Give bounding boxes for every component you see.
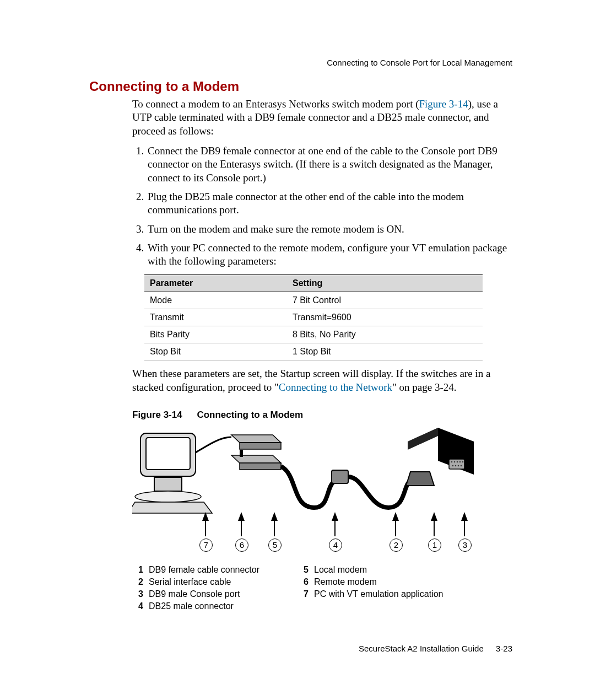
svg-point-12 [457, 461, 458, 463]
legend-item: 3DB9 male Console port [132, 589, 298, 599]
legend-text: DB9 male Console port [149, 589, 240, 599]
after-table-paragraph: When these parameters are set, the Start… [132, 367, 512, 394]
svg-point-15 [452, 465, 454, 467]
intro-pre: To connect a modem to an Enterasys Netwo… [132, 98, 419, 110]
legend-num: 2 [132, 577, 143, 587]
legend-num: 1 [132, 565, 143, 575]
legend-item: 6Remote modem [298, 577, 443, 587]
legend-item: 2Serial interface cable [132, 577, 298, 587]
svg-point-14 [462, 461, 464, 463]
svg-rect-2 [154, 477, 182, 491]
page-footer: SecureStack A2 Installation Guide 3-23 [359, 644, 512, 653]
legend-num: 5 [298, 565, 309, 575]
table-cell: 8 Bits, No Parity [287, 326, 483, 343]
running-header: Connecting to Console Port for Local Man… [327, 58, 512, 67]
table-header: Parameter [144, 275, 287, 292]
svg-rect-9 [449, 459, 464, 469]
legend-text: Local modem [314, 565, 367, 575]
step-item: Connect the DB9 female connector at one … [147, 144, 512, 185]
svg-rect-6 [332, 470, 348, 483]
legend-text: Remote modem [314, 577, 377, 587]
table-row: Mode 7 Bit Control [144, 292, 483, 309]
svg-point-3 [135, 491, 201, 502]
figure-label: Figure 3-14 [132, 410, 182, 420]
callout-4: 4 [329, 539, 342, 552]
step-item: With your PC connected to the remote mod… [147, 241, 512, 268]
legend-item: 7PC with VT emulation application [298, 589, 443, 599]
legend-text: DB9 female cable connector [149, 565, 259, 575]
figure-ref-link[interactable]: Figure 3-14 [419, 98, 468, 110]
table-header: Setting [287, 275, 483, 292]
table-cell: Transmit=9600 [287, 309, 483, 326]
callout-3: 3 [458, 539, 472, 552]
svg-point-16 [455, 465, 457, 467]
step-item: Plug the DB25 male connector at the othe… [147, 190, 512, 217]
intro-paragraph: To connect a modem to an Enterasys Netwo… [132, 98, 512, 138]
table-row: Transmit Transmit=9600 [144, 309, 483, 326]
table-cell: Bits Parity [144, 326, 287, 343]
legend-item: 5Local modem [298, 565, 443, 575]
figure-caption: Figure 3-14 Connecting to a Modem [132, 410, 512, 421]
footer-doc-title: SecureStack A2 Installation Guide [359, 644, 484, 653]
svg-point-10 [451, 461, 453, 463]
svg-rect-5 [240, 463, 281, 470]
legend-num: 7 [298, 589, 309, 599]
figure-legend: 1DB9 female cable connector 2Serial inte… [132, 565, 512, 613]
parameters-table: Parameter Setting Mode 7 Bit Control Tra… [144, 274, 483, 360]
table-cell: Stop Bit [144, 343, 287, 360]
figure-title: Connecting to a Modem [197, 410, 303, 420]
legend-text: DB25 male connector [149, 601, 234, 611]
legend-item: 4DB25 male connector [132, 601, 298, 611]
footer-page-number: 3-23 [496, 644, 512, 653]
table-cell: 7 Bit Control [287, 292, 483, 309]
svg-rect-4 [240, 443, 281, 449]
steps-list: Connect the DB9 female connector at one … [132, 144, 512, 268]
svg-point-18 [461, 465, 462, 467]
xref-link[interactable]: Connecting to the Network [279, 381, 392, 393]
after-table-post: " on page 3-24. [392, 381, 456, 393]
table-cell: Mode [144, 292, 287, 309]
svg-marker-8 [408, 428, 438, 450]
callout-1: 1 [428, 539, 441, 552]
modem-diagram-svg [132, 425, 474, 530]
step-item: Turn on the modem and make sure the remo… [147, 223, 512, 236]
table-row: Bits Parity 8 Bits, No Parity [144, 326, 483, 343]
callout-5: 5 [268, 539, 282, 552]
svg-rect-1 [146, 438, 190, 470]
callout-6: 6 [235, 539, 248, 552]
svg-point-11 [454, 461, 456, 463]
svg-point-13 [459, 461, 461, 463]
legend-text: Serial interface cable [149, 577, 231, 587]
table-row: Stop Bit 1 Stop Bit [144, 343, 483, 360]
callout-7: 7 [199, 539, 213, 552]
callout-2: 2 [390, 539, 403, 552]
legend-text: PC with VT emulation application [314, 589, 443, 599]
legend-item: 1DB9 female cable connector [132, 565, 298, 575]
table-cell: Transmit [144, 309, 287, 326]
svg-point-17 [458, 465, 459, 467]
legend-num: 3 [132, 589, 143, 599]
legend-num: 4 [132, 601, 143, 611]
table-cell: 1 Stop Bit [287, 343, 483, 360]
legend-num: 6 [298, 577, 309, 587]
section-heading: Connecting to a Modem [89, 79, 512, 94]
figure-diagram: 7 6 5 4 2 1 3 [132, 425, 474, 552]
